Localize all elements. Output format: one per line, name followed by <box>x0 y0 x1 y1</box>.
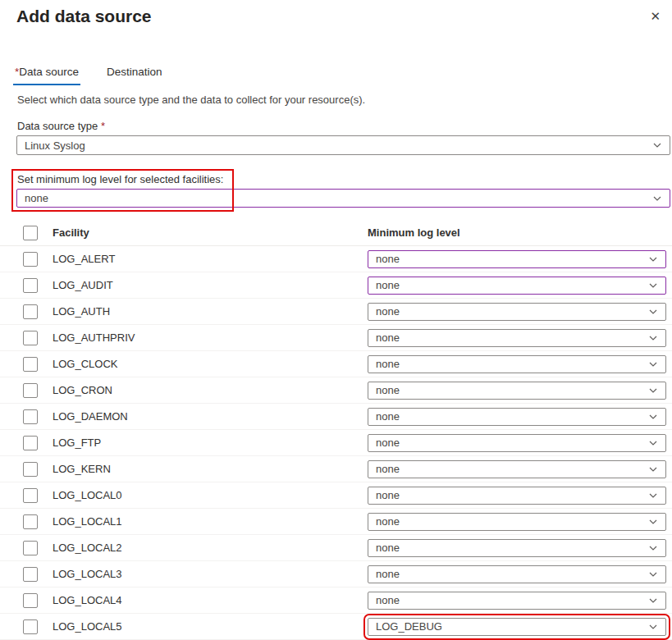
chevron-down-icon <box>648 333 658 343</box>
chevron-down-icon <box>648 386 658 395</box>
dropdown-value: none <box>376 384 400 396</box>
chevron-down-icon <box>648 622 658 632</box>
log-level-dropdown[interactable]: none <box>368 250 666 268</box>
facility-label: LOG_AUTHPRIV <box>38 331 368 344</box>
facility-checkbox[interactable] <box>23 488 38 503</box>
tab-destination[interactable]: Destination <box>103 62 166 85</box>
chevron-down-icon <box>648 543 658 553</box>
facility-checkbox[interactable] <box>23 619 38 634</box>
facility-checkbox[interactable] <box>23 593 38 608</box>
chevron-down-icon <box>648 569 658 579</box>
log-level-dropdown[interactable]: none <box>368 303 666 321</box>
table-row: LOG_LOCAL3 none <box>0 561 672 587</box>
facility-checkbox[interactable] <box>23 357 38 372</box>
chevron-down-icon <box>648 307 658 317</box>
dropdown-value: none <box>376 410 400 423</box>
tab-bar: *Data source Destination <box>11 62 166 85</box>
facility-label: LOG_CLOCK <box>38 358 368 370</box>
table-row: LOG_LOCAL4 none <box>0 587 672 614</box>
facility-checkbox[interactable] <box>23 278 38 293</box>
chevron-down-icon <box>648 491 658 501</box>
chevron-down-icon <box>648 412 658 422</box>
facility-checkbox[interactable] <box>23 304 38 319</box>
chevron-down-icon <box>648 281 658 290</box>
facility-checkbox[interactable] <box>23 567 38 582</box>
log-level-dropdown[interactable]: none <box>368 539 666 557</box>
dropdown-value: none <box>376 305 400 318</box>
facility-label: LOG_DAEMON <box>38 410 368 423</box>
tab-label: Data source <box>19 66 79 78</box>
facility-label: LOG_ALERT <box>38 253 368 265</box>
data-source-type-label: Data source type * <box>17 120 105 132</box>
table-row: LOG_AUDIT none <box>0 272 672 299</box>
facility-label: LOG_FTP <box>38 437 368 449</box>
table-row: LOG_LOCAL1 none <box>0 509 672 535</box>
log-level-dropdown[interactable]: none <box>368 277 666 295</box>
table-row: LOG_FTP none <box>0 430 672 456</box>
dropdown-value: none <box>25 192 48 204</box>
log-level-dropdown[interactable]: none <box>368 355 666 373</box>
dropdown-value: none <box>376 515 400 528</box>
table-row: LOG_KERN none <box>0 456 672 482</box>
facility-checkbox[interactable] <box>23 436 38 450</box>
log-level-dropdown[interactable]: none <box>368 513 666 531</box>
select-all-checkbox[interactable] <box>23 226 38 240</box>
dropdown-value: none <box>376 358 400 370</box>
facility-label: LOG_CRON <box>38 384 368 396</box>
facility-checkbox[interactable] <box>23 331 38 345</box>
dropdown-value: none <box>376 568 400 580</box>
facility-label: LOG_LOCAL5 <box>38 620 368 633</box>
dropdown-value: none <box>376 279 400 291</box>
data-source-type-dropdown[interactable]: Linux Syslog <box>16 135 670 155</box>
facility-label: LOG_AUTH <box>38 305 368 318</box>
facility-checkbox[interactable] <box>23 252 38 267</box>
facility-checkbox[interactable] <box>23 409 38 424</box>
log-level-dropdown[interactable]: LOG_DEBUG <box>368 618 666 636</box>
facility-checkbox[interactable] <box>23 514 38 529</box>
log-level-dropdown[interactable]: none <box>368 565 666 583</box>
dropdown-value: none <box>376 542 400 554</box>
log-level-dropdown[interactable]: none <box>368 408 666 426</box>
table-row: LOG_AUTHPRIV none <box>0 325 672 351</box>
facility-checkbox[interactable] <box>23 541 38 555</box>
table-row: LOG_LOCAL5 LOG_DEBUG <box>0 614 672 640</box>
dropdown-value: none <box>376 463 400 475</box>
dropdown-value: none <box>376 489 400 501</box>
dropdown-value: none <box>376 594 400 606</box>
table-row: LOG_AUTH none <box>0 299 672 325</box>
facility-checkbox[interactable] <box>23 383 38 398</box>
log-level-dropdown[interactable]: none <box>368 382 666 400</box>
log-level-dropdown[interactable]: none <box>368 592 666 610</box>
chevron-down-icon <box>648 464 658 474</box>
table-row: LOG_CLOCK none <box>0 351 672 377</box>
facility-checkbox[interactable] <box>23 462 38 477</box>
log-level-dropdown[interactable]: none <box>368 487 666 505</box>
bulk-min-level-label: Set minimum log level for selected facil… <box>17 173 223 185</box>
table-row: LOG_ALERT none <box>0 246 672 272</box>
log-level-dropdown[interactable]: none <box>368 329 666 347</box>
bulk-min-level-dropdown[interactable]: none <box>16 189 670 208</box>
facility-label: LOG_KERN <box>38 463 368 475</box>
table-row: LOG_LOCAL0 none <box>0 482 672 509</box>
level-column-header: Minimum log level <box>368 226 666 239</box>
page-title: Add data source <box>16 7 152 26</box>
chevron-down-icon <box>648 438 658 448</box>
tab-data-source[interactable]: *Data source <box>11 62 82 85</box>
close-icon[interactable]: ✕ <box>650 10 661 22</box>
table-row: LOG_LOCAL2 none <box>0 535 672 561</box>
log-level-dropdown[interactable]: none <box>368 434 666 452</box>
facility-column-header: Facility <box>38 226 368 239</box>
dropdown-value: none <box>376 253 400 265</box>
facility-label: LOG_LOCAL3 <box>38 568 368 580</box>
facility-table: Facility Minimum log level LOG_ALERT non… <box>0 220 672 640</box>
dropdown-value: none <box>376 331 400 344</box>
chevron-down-icon <box>652 140 662 150</box>
facility-rows: LOG_ALERT none LOG_AUDIT none LOG_AUTH n… <box>0 246 672 640</box>
table-row: LOG_DAEMON none <box>0 404 672 430</box>
dropdown-value: LOG_DEBUG <box>376 620 442 633</box>
chevron-down-icon <box>648 596 658 606</box>
facility-label: LOG_AUDIT <box>38 279 368 291</box>
intro-text: Select which data source type and the da… <box>17 94 365 106</box>
log-level-dropdown[interactable]: none <box>368 460 666 478</box>
table-header-row: Facility Minimum log level <box>0 220 672 246</box>
